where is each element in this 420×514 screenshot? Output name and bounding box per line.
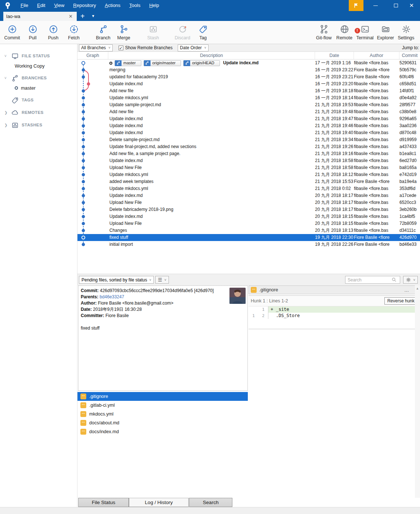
explorer-button[interactable]: Explorer — [375, 22, 396, 43]
file-row[interactable]: ···docs/about.md — [77, 418, 248, 427]
git-flow-button[interactable]: Git-flow — [314, 22, 334, 43]
show-remote-checkbox[interactable]: ✓ — [119, 46, 123, 50]
commit-row[interactable]: initial import19 九月 2018 22:26Fiore Basi… — [77, 241, 420, 248]
sidebar-section-branches[interactable]: ˅BRANCHES — [0, 73, 77, 83]
commit-row[interactable]: masterorigin/masterorigin/HEADUpdate ind… — [77, 60, 420, 67]
tab-log-history[interactable]: Log / History — [129, 498, 189, 507]
commit-author: fibasile <fiore.bas — [354, 101, 399, 108]
merge-button[interactable]: Merge — [113, 22, 134, 43]
new-tab-button[interactable]: + — [77, 12, 88, 21]
repo-tab[interactable]: lao-wa ✕ — [3, 12, 77, 21]
commit-row[interactable]: Delete fabricademy 2018-19.png20 九月 2018… — [77, 206, 420, 213]
column-header-commit[interactable]: Commit — [399, 52, 420, 59]
push-button[interactable]: Push — [43, 22, 64, 43]
settings-button[interactable]: Settings — [396, 22, 416, 43]
column-header-date[interactable]: Date — [315, 52, 354, 59]
commit-date: 21 九月 2018 19:53 — [315, 101, 354, 108]
commit-row[interactable]: Delete sample-project.md21 九月 2018 19:34… — [77, 136, 420, 143]
remote-button[interactable]: !Remote — [334, 22, 355, 43]
graph-cell — [77, 136, 108, 143]
reverse-hunk-button[interactable]: Reverse hunk — [384, 297, 417, 305]
diff-settings-button[interactable]: ˅ — [403, 276, 418, 284]
search-input[interactable] — [348, 277, 392, 283]
minimize-button[interactable] — [367, 0, 384, 11]
menu-repository[interactable]: Repository — [69, 3, 100, 8]
commit-date: 19 九月 2018 22:26 — [315, 241, 354, 248]
file-row[interactable]: ···.gitignore — [77, 392, 248, 401]
column-header-author[interactable]: Author — [354, 52, 399, 59]
diff-menu-button[interactable]: … — [402, 287, 412, 293]
commit-row[interactable]: Update index.md20 九月 2018 18:17fibasile … — [77, 192, 420, 199]
close-button[interactable]: ✕ — [403, 0, 420, 11]
tag-button[interactable]: Tag — [193, 22, 213, 43]
modified-file-icon: ··· — [80, 420, 86, 426]
sidebar-section-tags[interactable]: TAGS — [0, 95, 77, 105]
pull-button[interactable]: Pull — [22, 22, 43, 43]
chevron-right-icon[interactable]: ❯ — [4, 111, 10, 115]
commit-row[interactable]: Upload New File20 九月 2018 18:17fibasile … — [77, 199, 420, 206]
commit-file-list: ···.gitignore···.gitlab-ci.yml···mkdocs.… — [77, 392, 248, 499]
commit-row[interactable]: Update index.md21 九月 2018 19:47fibasile … — [77, 115, 420, 122]
menu-help[interactable]: Help — [145, 3, 163, 8]
chevron-down-icon[interactable]: ˅ — [4, 76, 10, 80]
sidebar-item-master[interactable]: master — [0, 83, 77, 93]
menu-view[interactable]: View — [50, 3, 69, 8]
commit-row[interactable]: Update index.md16 一月 2019 23:20fibasile … — [77, 80, 420, 87]
menu-actions[interactable]: Actions — [100, 3, 125, 8]
branch-button[interactable]: Branch — [93, 22, 113, 43]
log-filter-bar: All Branches˅ ✓ Show Remote Branches Dat… — [77, 44, 420, 51]
tab-close-icon[interactable]: ✕ — [68, 14, 74, 19]
commit-button[interactable]: Commit — [2, 22, 22, 43]
ref-badge-origin-HEAD[interactable]: origin/HEAD — [183, 60, 220, 66]
tab-file-status[interactable]: File Status — [78, 498, 129, 507]
commit-row[interactable]: updated for fabacademy 201916 一月 2019 23… — [77, 73, 420, 80]
commit-row[interactable]: Update index.md21 九月 2018 19:40fibasile … — [77, 129, 420, 136]
file-row[interactable]: ···.gitlab-ci.yml — [77, 401, 248, 410]
commit-row[interactable]: Update index.md21 九月 2018 18:58fibasile … — [77, 157, 420, 164]
branch-filter-select[interactable]: All Branches˅ — [79, 44, 113, 51]
chevron-right-icon[interactable]: ❯ — [4, 123, 10, 127]
commit-row[interactable]: Update index.md21 九月 2018 19:46fibasile … — [77, 122, 420, 129]
menu-file[interactable]: File — [16, 3, 33, 8]
commit-row[interactable]: Changes20 九月 2018 18:13fibasile <fiore.b… — [77, 227, 420, 234]
column-header-graph[interactable]: Graph — [77, 52, 108, 59]
sidebar-section-remotes[interactable]: ❯REMOTES — [0, 107, 77, 118]
commit-row[interactable]: added week templates21 九月 2018 15:53Fior… — [77, 178, 420, 185]
sidebar-section-file-status[interactable]: ˅FILE STATUS — [0, 51, 77, 61]
commit-row[interactable]: Add new file16 一月 2019 18:18fibasile <fi… — [77, 87, 420, 94]
commit-row[interactable]: Update mkdocs.yml16 一月 2019 18:14fibasil… — [77, 94, 420, 101]
sidebar-section-stashes[interactable]: ❯STASHES — [0, 120, 77, 130]
parent-hash-link[interactable]: bd46e33247 — [99, 294, 124, 299]
file-row[interactable]: ···mkdocs.yml — [77, 410, 248, 418]
commit-row[interactable]: Update mkdocs.yml21 九月 2018 0:02fibasile… — [77, 185, 420, 192]
commit-row[interactable]: Update sample-project.md21 九月 2018 19:53… — [77, 101, 420, 108]
commit-row[interactable]: Upload New File21 九月 2018 18:58fibasile … — [77, 164, 420, 171]
commit-row[interactable]: Update mkdocs.yml21 九月 2018 18:12fibasil… — [77, 171, 420, 178]
file-row[interactable]: ···docs/index.md — [77, 427, 248, 436]
menu-tools[interactable]: Tools — [125, 3, 145, 8]
column-header-description[interactable]: Description — [108, 52, 315, 59]
order-filter-select[interactable]: Date Order˅ — [178, 44, 209, 51]
ref-badge-label: origin/HEAD — [190, 60, 220, 67]
menu-edit[interactable]: Edit — [33, 3, 50, 8]
commit-row[interactable]: Update index.md20 九月 2018 18:15fibasile … — [77, 213, 420, 220]
diff-scrollbar[interactable]: ▲ — [415, 285, 420, 498]
ref-badge-master[interactable]: master — [115, 60, 141, 66]
tab-search[interactable]: Search — [189, 498, 232, 507]
commit-row[interactable]: Upload New File20 九月 2018 18:15fibasile … — [77, 220, 420, 227]
graph-cell — [77, 185, 108, 192]
maximize-button[interactable] — [387, 0, 404, 11]
tab-list-dropdown-icon[interactable]: ▼ — [88, 12, 98, 21]
commit-row[interactable]: merging16 一月 2019 23:22Fiore Basile <fio… — [77, 67, 420, 73]
commit-row[interactable]: Add new file, a sample project page.21 九… — [77, 150, 420, 157]
commit-row[interactable]: Add new file21 九月 2018 19:48fibasile <fi… — [77, 108, 420, 115]
chevron-down-icon[interactable]: ˅ — [4, 54, 10, 58]
notifications-flag-button[interactable] — [349, 0, 363, 11]
commit-row[interactable]: Update final-project.md, added new secti… — [77, 143, 420, 150]
pending-files-select[interactable]: Pending files, sorted by file status˅ — [79, 276, 154, 284]
view-options-button[interactable]: ☰˅ — [155, 276, 169, 284]
commit-row[interactable]: fixed stuff19 九月 2018 22:30Fiore Basile … — [77, 234, 420, 241]
fetch-button[interactable]: Fetch — [64, 22, 84, 43]
ref-badge-origin-master[interactable]: origin/master — [144, 60, 181, 66]
sidebar-item-working-copy[interactable]: Working Copy — [0, 61, 77, 71]
